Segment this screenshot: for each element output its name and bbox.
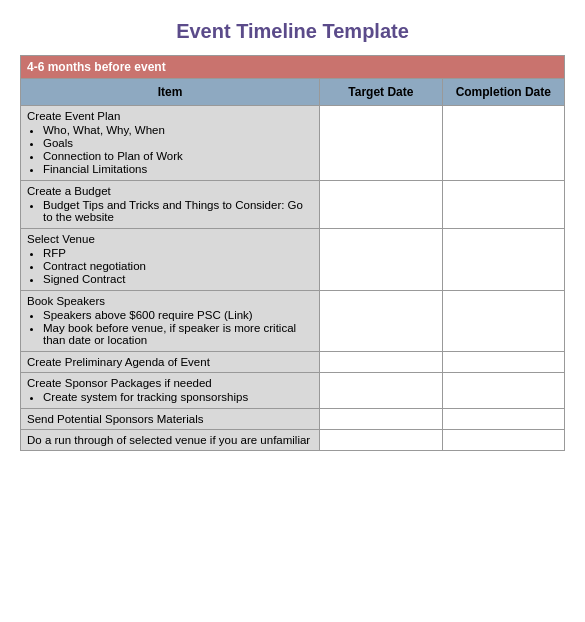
column-header-row: Item Target Date Completion Date bbox=[21, 79, 565, 106]
item-cell: Select Venue RFP Contract negotiation Si… bbox=[21, 229, 320, 291]
table-row: Create a Budget Budget Tips and Tricks a… bbox=[21, 181, 565, 229]
item-cell: Create Event Plan Who, What, Why, When G… bbox=[21, 106, 320, 181]
target-date-cell[interactable] bbox=[320, 106, 442, 181]
table-row: Create Sponsor Packages if needed Create… bbox=[21, 373, 565, 409]
table-row: Send Potential Sponsors Materials bbox=[21, 409, 565, 430]
list-item: May book before venue, if speaker is mor… bbox=[43, 322, 313, 346]
target-date-cell[interactable] bbox=[320, 229, 442, 291]
page-wrapper: Event Timeline Template 4-6 months befor… bbox=[20, 20, 565, 451]
item-cell: Create a Budget Budget Tips and Tricks a… bbox=[21, 181, 320, 229]
section-header: 4-6 months before event bbox=[21, 56, 565, 79]
bullet-list: Who, What, Why, When Goals Connection to… bbox=[43, 124, 313, 175]
table-row: Create Event Plan Who, What, Why, When G… bbox=[21, 106, 565, 181]
header-item: Item bbox=[21, 79, 320, 106]
completion-date-cell[interactable] bbox=[442, 229, 564, 291]
list-item: Speakers above $600 require PSC (Link) bbox=[43, 309, 313, 321]
bullet-list: Budget Tips and Tricks and Things to Con… bbox=[43, 199, 313, 223]
list-item: Create system for tracking sponsorships bbox=[43, 391, 313, 403]
list-item: Goals bbox=[43, 137, 313, 149]
list-item: Signed Contract bbox=[43, 273, 313, 285]
completion-date-cell[interactable] bbox=[442, 373, 564, 409]
target-date-cell[interactable] bbox=[320, 409, 442, 430]
list-item: Contract negotiation bbox=[43, 260, 313, 272]
completion-date-cell[interactable] bbox=[442, 352, 564, 373]
header-target-date: Target Date bbox=[320, 79, 442, 106]
table-row: Create Preliminary Agenda of Event bbox=[21, 352, 565, 373]
list-item: Budget Tips and Tricks and Things to Con… bbox=[43, 199, 313, 223]
item-cell: Send Potential Sponsors Materials bbox=[21, 409, 320, 430]
target-date-cell[interactable] bbox=[320, 430, 442, 451]
completion-date-cell[interactable] bbox=[442, 106, 564, 181]
list-item: Financial Limitations bbox=[43, 163, 313, 175]
target-date-cell[interactable] bbox=[320, 291, 442, 352]
table-row: Select Venue RFP Contract negotiation Si… bbox=[21, 229, 565, 291]
item-cell: Create Sponsor Packages if needed Create… bbox=[21, 373, 320, 409]
table-row: Do a run through of selected venue if yo… bbox=[21, 430, 565, 451]
item-cell: Book Speakers Speakers above $600 requir… bbox=[21, 291, 320, 352]
page-title: Event Timeline Template bbox=[20, 20, 565, 43]
target-date-cell[interactable] bbox=[320, 373, 442, 409]
timeline-table: 4-6 months before event Item Target Date… bbox=[20, 55, 565, 451]
list-item: Connection to Plan of Work bbox=[43, 150, 313, 162]
section-header-row: 4-6 months before event bbox=[21, 56, 565, 79]
completion-date-cell[interactable] bbox=[442, 181, 564, 229]
list-item: RFP bbox=[43, 247, 313, 259]
item-cell: Create Preliminary Agenda of Event bbox=[21, 352, 320, 373]
list-item: Who, What, Why, When bbox=[43, 124, 313, 136]
completion-date-cell[interactable] bbox=[442, 291, 564, 352]
completion-date-cell[interactable] bbox=[442, 430, 564, 451]
bullet-list: RFP Contract negotiation Signed Contract bbox=[43, 247, 313, 285]
completion-date-cell[interactable] bbox=[442, 409, 564, 430]
bullet-list: Speakers above $600 require PSC (Link) M… bbox=[43, 309, 313, 346]
header-completion-date: Completion Date bbox=[442, 79, 564, 106]
target-date-cell[interactable] bbox=[320, 181, 442, 229]
target-date-cell[interactable] bbox=[320, 352, 442, 373]
table-row: Book Speakers Speakers above $600 requir… bbox=[21, 291, 565, 352]
bullet-list: Create system for tracking sponsorships bbox=[43, 391, 313, 403]
item-cell: Do a run through of selected venue if yo… bbox=[21, 430, 320, 451]
